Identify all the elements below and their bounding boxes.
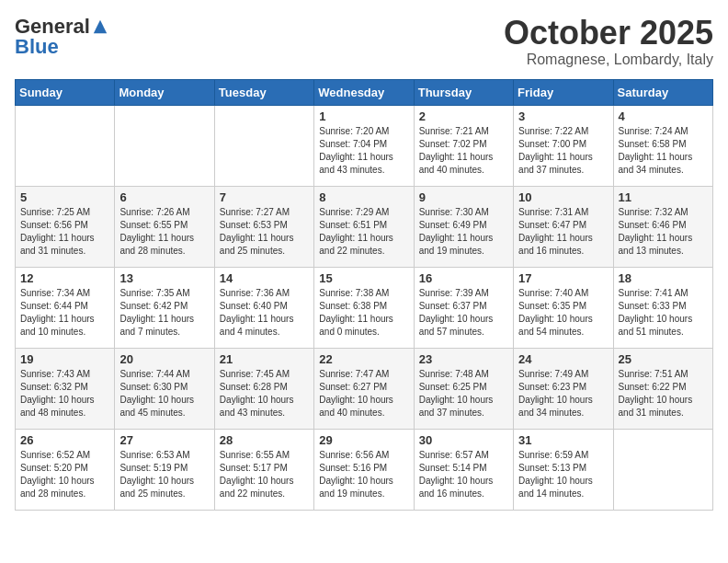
calendar-cell: 10Sunrise: 7:31 AM Sunset: 6:47 PM Dayli… — [514, 186, 613, 267]
calendar-table: SundayMondayTuesdayWednesdayThursdayFrid… — [15, 79, 713, 511]
calendar-cell: 16Sunrise: 7:39 AM Sunset: 6:37 PM Dayli… — [414, 267, 513, 348]
logo-blue: Blue — [15, 35, 59, 59]
calendar-cell — [16, 105, 115, 186]
calendar-cell — [613, 429, 712, 510]
day-number: 21 — [220, 352, 309, 366]
day-info: Sunrise: 7:41 AM Sunset: 6:33 PM Dayligh… — [619, 287, 708, 339]
week-row-1: 1Sunrise: 7:20 AM Sunset: 7:04 PM Daylig… — [16, 105, 713, 186]
logo-icon — [92, 18, 108, 35]
calendar-cell: 8Sunrise: 7:29 AM Sunset: 6:51 PM Daylig… — [314, 186, 414, 267]
calendar-cell: 28Sunrise: 6:55 AM Sunset: 5:17 PM Dayli… — [214, 429, 313, 510]
day-info: Sunrise: 7:39 AM Sunset: 6:37 PM Dayligh… — [419, 287, 508, 339]
calendar-cell: 15Sunrise: 7:38 AM Sunset: 6:38 PM Dayli… — [314, 267, 414, 348]
calendar-cell: 14Sunrise: 7:36 AM Sunset: 6:40 PM Dayli… — [214, 267, 313, 348]
day-info: Sunrise: 7:21 AM Sunset: 7:02 PM Dayligh… — [419, 125, 508, 177]
svg-marker-0 — [94, 20, 107, 33]
calendar-cell: 19Sunrise: 7:43 AM Sunset: 6:32 PM Dayli… — [16, 348, 115, 429]
day-info: Sunrise: 7:35 AM Sunset: 6:42 PM Dayligh… — [119, 287, 209, 339]
day-number: 4 — [619, 109, 708, 123]
day-number: 11 — [619, 190, 708, 204]
calendar-cell: 3Sunrise: 7:22 AM Sunset: 7:00 PM Daylig… — [514, 105, 613, 186]
day-info: Sunrise: 7:36 AM Sunset: 6:40 PM Dayligh… — [220, 287, 309, 339]
day-info: Sunrise: 7:43 AM Sunset: 6:32 PM Dayligh… — [20, 368, 109, 419]
day-info: Sunrise: 7:32 AM Sunset: 6:46 PM Dayligh… — [619, 206, 708, 258]
weekday-header-thursday: Thursday — [414, 79, 513, 105]
day-info: Sunrise: 7:20 AM Sunset: 7:04 PM Dayligh… — [319, 125, 408, 177]
day-info: Sunrise: 7:25 AM Sunset: 6:56 PM Dayligh… — [20, 206, 109, 258]
day-info: Sunrise: 7:34 AM Sunset: 6:44 PM Dayligh… — [20, 287, 109, 339]
weekday-header-sunday: Sunday — [16, 79, 115, 105]
weekday-header-tuesday: Tuesday — [214, 79, 313, 105]
calendar-cell: 27Sunrise: 6:53 AM Sunset: 5:19 PM Dayli… — [115, 429, 214, 510]
day-number: 1 — [319, 109, 408, 123]
day-number: 29 — [319, 433, 408, 447]
day-number: 20 — [119, 352, 209, 366]
calendar-cell: 21Sunrise: 7:45 AM Sunset: 6:28 PM Dayli… — [214, 348, 313, 429]
day-number: 22 — [319, 352, 408, 366]
calendar-cell: 13Sunrise: 7:35 AM Sunset: 6:42 PM Dayli… — [115, 267, 214, 348]
weekday-header-monday: Monday — [115, 79, 214, 105]
day-info: Sunrise: 7:51 AM Sunset: 6:22 PM Dayligh… — [619, 368, 708, 419]
day-number: 7 — [220, 190, 309, 204]
day-info: Sunrise: 7:38 AM Sunset: 6:38 PM Dayligh… — [319, 287, 408, 339]
calendar-cell: 2Sunrise: 7:21 AM Sunset: 7:02 PM Daylig… — [414, 105, 513, 186]
day-info: Sunrise: 6:56 AM Sunset: 5:16 PM Dayligh… — [319, 449, 408, 500]
calendar-cell: 12Sunrise: 7:34 AM Sunset: 6:44 PM Dayli… — [16, 267, 115, 348]
calendar-cell: 11Sunrise: 7:32 AM Sunset: 6:46 PM Dayli… — [613, 186, 712, 267]
calendar-cell: 26Sunrise: 6:52 AM Sunset: 5:20 PM Dayli… — [16, 429, 115, 510]
calendar-cell: 1Sunrise: 7:20 AM Sunset: 7:04 PM Daylig… — [314, 105, 414, 186]
day-number: 31 — [518, 433, 608, 447]
day-number: 2 — [419, 109, 508, 123]
day-info: Sunrise: 7:47 AM Sunset: 6:27 PM Dayligh… — [319, 368, 408, 419]
calendar-cell — [214, 105, 313, 186]
calendar-cell: 6Sunrise: 7:26 AM Sunset: 6:55 PM Daylig… — [115, 186, 214, 267]
day-info: Sunrise: 7:49 AM Sunset: 6:23 PM Dayligh… — [518, 368, 608, 419]
day-info: Sunrise: 7:44 AM Sunset: 6:30 PM Dayligh… — [119, 368, 209, 419]
month-title: October 2025 — [504, 15, 713, 52]
weekday-header-friday: Friday — [514, 79, 613, 105]
day-info: Sunrise: 6:57 AM Sunset: 5:14 PM Dayligh… — [419, 449, 508, 500]
weekday-header-row: SundayMondayTuesdayWednesdayThursdayFrid… — [16, 79, 713, 105]
day-number: 16 — [419, 271, 508, 285]
location: Romagnese, Lombardy, Italy — [504, 52, 713, 68]
day-number: 12 — [20, 271, 109, 285]
calendar-cell: 18Sunrise: 7:41 AM Sunset: 6:33 PM Dayli… — [613, 267, 712, 348]
day-number: 27 — [119, 433, 209, 447]
day-number: 18 — [619, 271, 708, 285]
page-header: General Blue October 2025 Romagnese, Lom… — [15, 15, 713, 68]
calendar-cell: 23Sunrise: 7:48 AM Sunset: 6:25 PM Dayli… — [414, 348, 513, 429]
week-row-4: 19Sunrise: 7:43 AM Sunset: 6:32 PM Dayli… — [16, 348, 713, 429]
day-info: Sunrise: 7:30 AM Sunset: 6:49 PM Dayligh… — [419, 206, 508, 258]
day-info: Sunrise: 6:53 AM Sunset: 5:19 PM Dayligh… — [119, 449, 209, 500]
day-number: 8 — [319, 190, 408, 204]
calendar-cell: 9Sunrise: 7:30 AM Sunset: 6:49 PM Daylig… — [414, 186, 513, 267]
day-info: Sunrise: 6:52 AM Sunset: 5:20 PM Dayligh… — [20, 449, 109, 500]
day-number: 26 — [20, 433, 109, 447]
week-row-3: 12Sunrise: 7:34 AM Sunset: 6:44 PM Dayli… — [16, 267, 713, 348]
day-number: 23 — [419, 352, 508, 366]
week-row-2: 5Sunrise: 7:25 AM Sunset: 6:56 PM Daylig… — [16, 186, 713, 267]
day-info: Sunrise: 7:26 AM Sunset: 6:55 PM Dayligh… — [119, 206, 209, 258]
day-info: Sunrise: 7:24 AM Sunset: 6:58 PM Dayligh… — [619, 125, 708, 177]
day-info: Sunrise: 7:40 AM Sunset: 6:35 PM Dayligh… — [518, 287, 608, 339]
day-number: 15 — [319, 271, 408, 285]
day-info: Sunrise: 7:31 AM Sunset: 6:47 PM Dayligh… — [518, 206, 608, 258]
day-number: 5 — [20, 190, 109, 204]
day-number: 17 — [518, 271, 608, 285]
calendar-cell: 30Sunrise: 6:57 AM Sunset: 5:14 PM Dayli… — [414, 429, 513, 510]
calendar-cell: 7Sunrise: 7:27 AM Sunset: 6:53 PM Daylig… — [214, 186, 313, 267]
day-info: Sunrise: 7:27 AM Sunset: 6:53 PM Dayligh… — [220, 206, 309, 258]
calendar-cell: 20Sunrise: 7:44 AM Sunset: 6:30 PM Dayli… — [115, 348, 214, 429]
calendar-cell: 22Sunrise: 7:47 AM Sunset: 6:27 PM Dayli… — [314, 348, 414, 429]
day-number: 14 — [220, 271, 309, 285]
logo: General Blue — [15, 15, 108, 59]
calendar-cell: 31Sunrise: 6:59 AM Sunset: 5:13 PM Dayli… — [514, 429, 613, 510]
calendar-cell: 25Sunrise: 7:51 AM Sunset: 6:22 PM Dayli… — [613, 348, 712, 429]
day-info: Sunrise: 7:45 AM Sunset: 6:28 PM Dayligh… — [220, 368, 309, 419]
title-block: October 2025 Romagnese, Lombardy, Italy — [504, 15, 713, 68]
day-info: Sunrise: 6:55 AM Sunset: 5:17 PM Dayligh… — [220, 449, 309, 500]
calendar-cell: 5Sunrise: 7:25 AM Sunset: 6:56 PM Daylig… — [16, 186, 115, 267]
weekday-header-saturday: Saturday — [613, 79, 712, 105]
day-number: 28 — [220, 433, 309, 447]
calendar-cell: 29Sunrise: 6:56 AM Sunset: 5:16 PM Dayli… — [314, 429, 414, 510]
